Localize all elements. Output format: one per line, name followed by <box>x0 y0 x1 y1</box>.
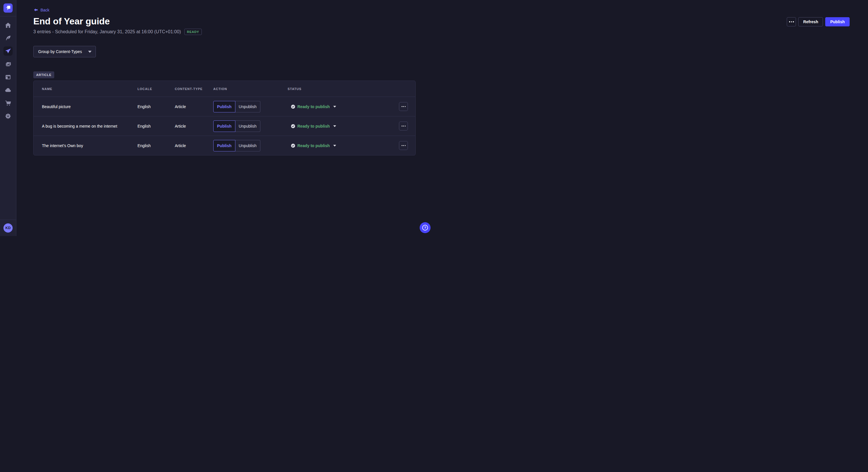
cart-icon <box>5 100 11 107</box>
entry-locale: English <box>137 124 175 129</box>
group-by-label: Group by Content-Types <box>38 49 82 54</box>
chevron-down-icon <box>333 106 336 107</box>
column-header-locale: LOCALE <box>137 87 175 91</box>
group-by-select[interactable]: Group by Content-Types <box>33 46 96 57</box>
publish-option-button[interactable]: Publish <box>213 101 236 112</box>
sidebar-divider <box>0 16 16 16</box>
status-label: Ready to publish <box>298 104 330 109</box>
publish-toggle: Publish Unpublish <box>213 121 288 132</box>
status-dropdown[interactable]: Ready to publish <box>288 143 390 148</box>
unpublish-option-button[interactable]: Unpublish <box>236 121 260 132</box>
entry-name: The internet's Own boy <box>42 143 137 148</box>
status-label: Ready to publish <box>298 143 330 148</box>
chevron-down-icon <box>88 51 92 53</box>
publish-option-button[interactable]: Publish <box>213 140 236 151</box>
entry-content-type: Article <box>175 143 213 148</box>
publish-option-button[interactable]: Publish <box>213 121 236 132</box>
release-summary: 3 entries - Scheduled for Friday, Januar… <box>33 29 181 35</box>
user-avatar[interactable]: KD <box>3 224 12 233</box>
entries-table: NAME LOCALE CONTENT-TYPE ACTION STATUS B… <box>33 80 415 156</box>
table-row: The internet's Own boy English Article P… <box>34 136 415 155</box>
unpublish-option-button[interactable]: Unpublish <box>236 140 260 151</box>
sidebar-item-content-type-builder[interactable] <box>3 72 12 82</box>
ready-status-badge: READY <box>184 29 202 35</box>
row-actions-button[interactable] <box>399 141 408 150</box>
table-row: Beautiful picture English Article Publis… <box>34 97 415 116</box>
sidebar: KD <box>0 0 17 236</box>
sidebar-divider <box>0 220 16 220</box>
chevron-down-icon <box>333 125 336 127</box>
check-circle-icon <box>291 144 295 148</box>
back-link[interactable]: Back <box>33 7 50 12</box>
unpublish-option-button[interactable]: Unpublish <box>236 101 260 112</box>
sidebar-item-media-library[interactable] <box>3 60 12 69</box>
sidebar-item-settings[interactable] <box>3 111 12 121</box>
status-label: Ready to publish <box>298 124 330 129</box>
check-circle-icon <box>291 105 295 109</box>
status-dropdown[interactable]: Ready to publish <box>288 104 390 109</box>
paper-plane-icon <box>5 47 11 55</box>
back-label: Back <box>40 8 50 12</box>
row-actions-button[interactable] <box>399 102 408 111</box>
column-header-status: STATUS <box>288 87 390 91</box>
entry-content-type: Article <box>175 124 213 129</box>
layout-icon <box>5 74 11 80</box>
table-row: A bug is becoming a meme on the internet… <box>34 116 415 136</box>
feather-icon <box>5 35 11 42</box>
gear-icon <box>5 113 11 120</box>
sidebar-item-home[interactable] <box>3 21 12 30</box>
row-actions-button[interactable] <box>399 122 408 131</box>
sidebar-item-deploy[interactable] <box>3 86 12 95</box>
entry-name: Beautiful picture <box>42 104 137 109</box>
home-icon <box>5 22 11 29</box>
help-button[interactable]: ? <box>420 222 431 233</box>
status-dropdown[interactable]: Ready to publish <box>288 124 390 129</box>
question-circle-icon: ? <box>422 225 428 231</box>
content-type-group-badge: ARTICLE <box>33 71 54 78</box>
column-header-content-type: CONTENT-TYPE <box>175 87 213 91</box>
publish-toggle: Publish Unpublish <box>213 140 288 151</box>
entry-locale: English <box>137 104 175 109</box>
entry-locale: English <box>137 143 175 148</box>
sidebar-item-marketplace[interactable] <box>3 99 12 108</box>
entry-content-type: Article <box>175 104 213 109</box>
column-header-name: NAME <box>42 87 137 91</box>
chevron-down-icon <box>333 145 336 146</box>
page-title: End of Year guide <box>33 16 110 26</box>
sidebar-item-releases[interactable] <box>3 46 12 56</box>
release-meta: 3 entries - Scheduled for Friday, Januar… <box>33 29 202 35</box>
entry-name: A bug is becoming a meme on the internet <box>42 124 137 129</box>
publish-toggle: Publish Unpublish <box>213 101 288 112</box>
strapi-logo-icon <box>4 4 12 12</box>
cloud-icon <box>5 87 11 94</box>
strapi-logo[interactable] <box>3 3 12 12</box>
back-arrow-icon <box>33 7 38 12</box>
column-header-action: ACTION <box>213 87 288 91</box>
check-circle-icon <box>291 124 295 128</box>
images-icon <box>5 61 11 68</box>
table-header-row: NAME LOCALE CONTENT-TYPE ACTION STATUS <box>34 81 415 97</box>
sidebar-item-content-manager[interactable] <box>3 34 12 43</box>
